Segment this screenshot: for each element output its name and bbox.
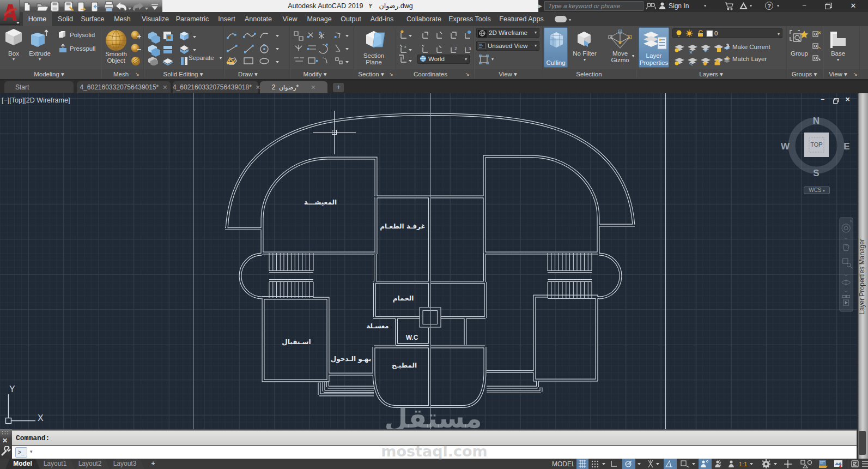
svg-text:W: W xyxy=(781,141,790,152)
svg-text:N: N xyxy=(813,116,820,126)
svg-text:S: S xyxy=(813,168,819,178)
svg-text:E: E xyxy=(843,141,849,152)
svg-text:Z: Z xyxy=(454,46,457,51)
svg-text:1:1: 1:1 xyxy=(739,461,747,467)
svg-text:Y: Y xyxy=(9,384,15,394)
svg-text:MODEL: MODEL xyxy=(552,460,575,468)
svg-text:3: 3 xyxy=(469,46,471,51)
svg-text:x: x xyxy=(404,45,406,49)
svg-text:X: X xyxy=(38,413,44,423)
svg-text:TOP: TOP xyxy=(810,141,822,148)
